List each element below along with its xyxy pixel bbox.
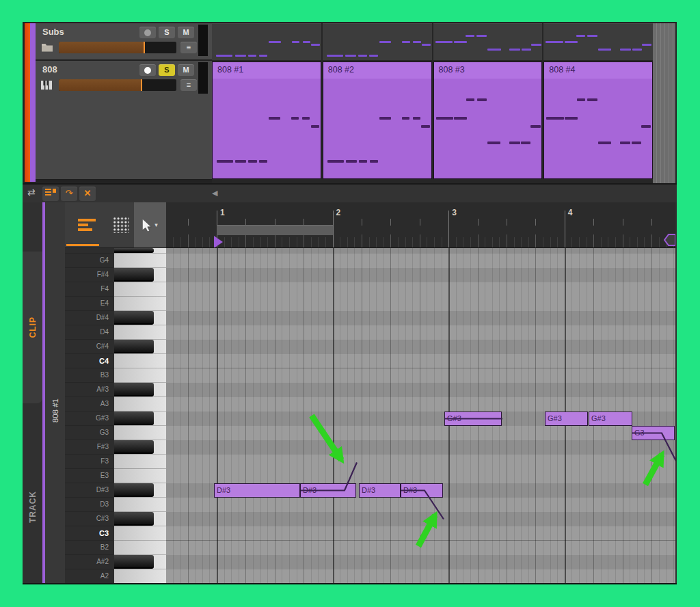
- piano-key[interactable]: [114, 426, 166, 440]
- mini-note: [421, 125, 430, 128]
- piano-key[interactable]: [114, 498, 166, 512]
- ruler-sixteenth-tick: [485, 237, 485, 248]
- midi-note-Gs3[interactable]: G#3: [444, 412, 502, 426]
- solo-button[interactable]: S: [159, 27, 175, 38]
- screenshot-root: { "colors": { "accent_orange": "#f08c1e"…: [0, 0, 700, 607]
- clip-subs[interactable]: [543, 23, 653, 60]
- ruler-sixteenth-tick: [601, 237, 602, 248]
- piano-key-row: A#3: [65, 383, 166, 397]
- piano-key[interactable]: [114, 248, 166, 254]
- volume-slider[interactable]: [59, 42, 176, 53]
- clip-808[interactable]: 808 #2: [323, 62, 432, 179]
- active-tool-underline: [66, 244, 99, 246]
- mini-note: [346, 160, 357, 163]
- drum-grid-view-button[interactable]: [108, 202, 134, 247]
- piano-roll-grid[interactable]: D#3D#3D#3D#3G#3G#3G#3G3: [166, 248, 675, 583]
- piano-key-row: D4: [65, 325, 166, 340]
- folder-icon: [41, 42, 55, 53]
- clip-808[interactable]: 808 #1: [212, 62, 321, 179]
- collapse-panel-icon[interactable]: ◀: [212, 189, 217, 198]
- piano-key[interactable]: [114, 368, 166, 383]
- return-arrow-button[interactable]: ↷: [61, 187, 77, 201]
- grid-sixteenth-line: [543, 248, 543, 583]
- mini-note: [577, 98, 586, 101]
- layout-list-button[interactable]: [42, 187, 59, 201]
- midi-note-Ds3[interactable]: D#3: [401, 483, 443, 498]
- piano-key[interactable]: [114, 354, 166, 368]
- piano-key[interactable]: [114, 282, 166, 297]
- piano-key[interactable]: [114, 340, 166, 354]
- clip-subs[interactable]: [212, 23, 321, 60]
- mini-note: [235, 55, 246, 57]
- close-button[interactable]: ✕: [79, 187, 96, 201]
- volume-slider[interactable]: [59, 79, 176, 91]
- piano-key[interactable]: [114, 469, 166, 483]
- clip-subs[interactable]: [433, 23, 543, 60]
- track-header-808[interactable]: 808 S M ≡: [36, 61, 212, 180]
- track-menu-button[interactable]: ≡: [180, 79, 197, 91]
- play-start-marker[interactable]: [214, 236, 223, 248]
- midi-note-Ds3[interactable]: D#3: [359, 483, 401, 498]
- pointer-tool-button[interactable]: ▾: [134, 202, 166, 247]
- midi-note-G3[interactable]: G3: [632, 426, 675, 440]
- tab-clip[interactable]: CLIP: [23, 252, 42, 403]
- piano-key[interactable]: [114, 455, 166, 469]
- piano-key[interactable]: [114, 397, 166, 412]
- mini-note: [269, 117, 280, 120]
- midi-note-Gs3[interactable]: G#3: [545, 412, 588, 426]
- note-lanes-view-button[interactable]: [65, 202, 108, 247]
- grid-row: [166, 555, 675, 569]
- mini-note: [509, 49, 520, 51]
- piano-key[interactable]: [114, 526, 166, 541]
- ruler-beat-tick: [390, 219, 391, 226]
- piano-key[interactable]: [114, 440, 166, 455]
- piano-key[interactable]: [114, 412, 166, 426]
- mini-note: [370, 160, 379, 163]
- piano-key[interactable]: [114, 483, 166, 498]
- piano-key[interactable]: [114, 569, 166, 583]
- grid-sixteenth-line: [318, 248, 319, 583]
- loop-region-bar[interactable]: [217, 225, 333, 235]
- mini-note: [422, 44, 431, 46]
- ruler-sixteenth-tick: [587, 237, 587, 248]
- tool-dropdown-caret-icon[interactable]: ▾: [154, 221, 158, 228]
- piano-key-row: C#4: [65, 340, 166, 354]
- piano-key[interactable]: [114, 311, 166, 325]
- record-arm-button[interactable]: [139, 64, 156, 76]
- note-lanes-icon: [78, 219, 96, 231]
- midi-note-Gs3[interactable]: G#3: [589, 412, 632, 426]
- piano-key[interactable]: [114, 383, 166, 397]
- midi-note-Ds3[interactable]: D#3: [214, 483, 300, 498]
- timeline-ruler[interactable]: 1234: [166, 202, 675, 248]
- clip-subs[interactable]: [323, 23, 432, 60]
- grid-sixteenth-line: [376, 248, 377, 583]
- tab-track[interactable]: TRACK: [23, 469, 42, 544]
- pointer-cursor-icon: [142, 219, 152, 232]
- clip-808[interactable]: 808 #3: [433, 62, 543, 179]
- clip-808[interactable]: 808 #4: [543, 62, 653, 179]
- solo-button[interactable]: S: [159, 64, 175, 76]
- record-arm-button[interactable]: [139, 27, 156, 38]
- piano-key[interactable]: [114, 297, 166, 311]
- clip-name: 808 #4: [549, 65, 575, 75]
- piano-key[interactable]: [114, 512, 166, 526]
- mini-note: [487, 141, 500, 144]
- key-label: F#3: [65, 440, 113, 455]
- piano-key[interactable]: [114, 555, 166, 569]
- black-key: [114, 383, 154, 396]
- swap-arrows-icon[interactable]: ⇄: [27, 187, 36, 198]
- piano-key-row: C3: [65, 526, 166, 541]
- track-header-subs[interactable]: Subs S M ≡: [36, 23, 212, 60]
- piano-key[interactable]: [114, 325, 166, 340]
- track-menu-button[interactable]: ≡: [180, 42, 197, 53]
- arranger-zoom-scrollbar[interactable]: [653, 23, 675, 183]
- mute-button[interactable]: M: [178, 27, 194, 38]
- piano-key[interactable]: [114, 254, 166, 268]
- midi-note-Ds3[interactable]: D#3: [300, 483, 356, 498]
- key-label: C#3: [65, 512, 113, 526]
- mute-button[interactable]: M: [178, 64, 194, 76]
- loop-end-marker[interactable]: [664, 233, 675, 248]
- grid-sixteenth-line: [383, 248, 384, 583]
- piano-key[interactable]: [114, 541, 166, 555]
- piano-key[interactable]: [114, 268, 166, 282]
